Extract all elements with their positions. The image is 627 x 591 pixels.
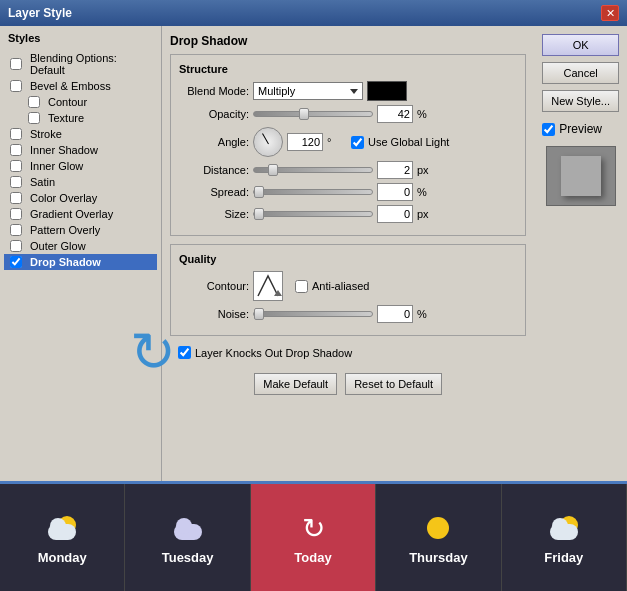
- inner-shadow-checkbox[interactable]: [10, 144, 22, 156]
- style-item-inner-glow[interactable]: Inner Glow: [4, 158, 157, 174]
- style-item-satin[interactable]: Satin: [4, 174, 157, 190]
- friday-weather-icon: [546, 510, 582, 546]
- spread-slider-thumb[interactable]: [254, 186, 264, 198]
- bevel-checkbox[interactable]: [10, 80, 22, 92]
- outer-glow-checkbox[interactable]: [10, 240, 22, 252]
- distance-slider-thumb[interactable]: [268, 164, 278, 176]
- thursday-label: Thursday: [409, 550, 468, 565]
- cancel-button[interactable]: Cancel: [542, 62, 619, 84]
- style-item-outer-glow[interactable]: Outer Glow: [4, 238, 157, 254]
- close-button[interactable]: ✕: [601, 5, 619, 21]
- bottom-buttons: Make Default Reset to Default: [170, 369, 526, 399]
- blending-checkbox[interactable]: [10, 58, 22, 70]
- size-slider-thumb[interactable]: [254, 208, 264, 220]
- style-item-blending[interactable]: Blending Options: Default: [4, 50, 157, 78]
- layer-knocks-out-label: Layer Knocks Out Drop Shadow: [195, 347, 352, 359]
- opacity-slider-container: [253, 111, 373, 117]
- refresh-icon: ↻: [302, 512, 325, 545]
- opacity-slider-thumb[interactable]: [299, 108, 309, 120]
- color-overlay-checkbox[interactable]: [10, 192, 22, 204]
- preview-checkbox[interactable]: [542, 123, 555, 136]
- style-item-contour[interactable]: Contour: [4, 94, 157, 110]
- spread-slider-track[interactable]: [253, 189, 373, 195]
- anti-aliased-checkbox[interactable]: [295, 280, 308, 293]
- contour-checkbox[interactable]: [28, 96, 40, 108]
- inner-glow-checkbox[interactable]: [10, 160, 22, 172]
- style-item-color-overlay[interactable]: Color Overlay: [4, 190, 157, 206]
- distance-slider-track[interactable]: [253, 167, 373, 173]
- spread-label: Spread:: [179, 186, 249, 198]
- opacity-input[interactable]: [377, 105, 413, 123]
- style-item-drop-shadow[interactable]: Drop Shadow: [4, 254, 157, 270]
- blending-label: Blending Options: Default: [30, 52, 151, 76]
- noise-slider-container: [253, 311, 373, 317]
- stroke-checkbox[interactable]: [10, 128, 22, 140]
- bevel-label: Bevel & Emboss: [30, 80, 111, 92]
- section-heading: Drop Shadow: [170, 34, 526, 48]
- distance-row: Distance: px: [179, 161, 517, 179]
- satin-checkbox[interactable]: [10, 176, 22, 188]
- global-light-label: Use Global Light: [368, 136, 449, 148]
- noise-input[interactable]: [377, 305, 413, 323]
- angle-dial[interactable]: [253, 127, 283, 157]
- gradient-overlay-checkbox[interactable]: [10, 208, 22, 220]
- dialog-title: Layer Style: [8, 6, 72, 20]
- size-input[interactable]: [377, 205, 413, 223]
- quality-title: Quality: [179, 253, 517, 265]
- drop-shadow-label: Drop Shadow: [30, 256, 101, 268]
- distance-slider-container: [253, 167, 373, 173]
- outer-glow-label: Outer Glow: [30, 240, 86, 252]
- style-item-pattern-overlay[interactable]: Pattern Overly: [4, 222, 157, 238]
- style-item-bevel[interactable]: Bevel & Emboss: [4, 78, 157, 94]
- pattern-overlay-label: Pattern Overly: [30, 224, 100, 236]
- spread-input[interactable]: [377, 183, 413, 201]
- blend-mode-row: Blend Mode: Multiply: [179, 81, 517, 101]
- size-label: Size:: [179, 208, 249, 220]
- preview-row: Preview: [542, 122, 619, 136]
- monday-weather-icon: [44, 510, 80, 546]
- global-light-checkbox[interactable]: [351, 136, 364, 149]
- blend-mode-dropdown[interactable]: Multiply: [253, 82, 363, 100]
- opacity-slider-track[interactable]: [253, 111, 373, 117]
- texture-label: Texture: [48, 112, 84, 124]
- new-style-button[interactable]: New Style...: [542, 90, 619, 112]
- noise-slider-track[interactable]: [253, 311, 373, 317]
- weather-today[interactable]: ↻ Today: [251, 484, 376, 591]
- weather-tuesday[interactable]: Tuesday: [125, 484, 250, 591]
- weather-monday[interactable]: Monday: [0, 484, 125, 591]
- drop-shadow-checkbox[interactable]: [10, 256, 22, 268]
- size-row: Size: px: [179, 205, 517, 223]
- shadow-color-swatch[interactable]: [367, 81, 407, 101]
- contour-picker[interactable]: [253, 271, 283, 301]
- angle-row: Angle: ° Use Global Light: [179, 127, 517, 157]
- anti-aliased-label: Anti-aliased: [312, 280, 369, 292]
- weather-friday[interactable]: Friday: [502, 484, 627, 591]
- opacity-label: Opacity:: [179, 108, 249, 120]
- spread-row: Spread: %: [179, 183, 517, 201]
- cloud-top-icon3: [552, 518, 568, 534]
- noise-row: Noise: %: [179, 305, 517, 323]
- size-slider-track[interactable]: [253, 211, 373, 217]
- pattern-overlay-checkbox[interactable]: [10, 224, 22, 236]
- reset-to-default-button[interactable]: Reset to Default: [345, 373, 442, 395]
- style-item-gradient-overlay[interactable]: Gradient Overlay: [4, 206, 157, 222]
- texture-checkbox[interactable]: [28, 112, 40, 124]
- today-weather-icon: ↻: [295, 510, 331, 546]
- color-overlay-label: Color Overlay: [30, 192, 97, 204]
- spread-slider-container: [253, 189, 373, 195]
- inner-shadow-label: Inner Shadow: [30, 144, 98, 156]
- thursday-weather-icon: [420, 510, 456, 546]
- noise-label: Noise:: [179, 308, 249, 320]
- noise-slider-thumb[interactable]: [254, 308, 264, 320]
- angle-input[interactable]: [287, 133, 323, 151]
- make-default-button[interactable]: Make Default: [254, 373, 337, 395]
- gradient-overlay-label: Gradient Overlay: [30, 208, 113, 220]
- ok-button[interactable]: OK: [542, 34, 619, 56]
- style-item-stroke[interactable]: Stroke: [4, 126, 157, 142]
- distance-input[interactable]: [377, 161, 413, 179]
- style-item-texture[interactable]: Texture: [4, 110, 157, 126]
- weather-thursday[interactable]: Thursday: [376, 484, 501, 591]
- distance-unit: px: [417, 164, 433, 176]
- style-item-inner-shadow[interactable]: Inner Shadow: [4, 142, 157, 158]
- layer-knocks-out-checkbox[interactable]: [178, 346, 191, 359]
